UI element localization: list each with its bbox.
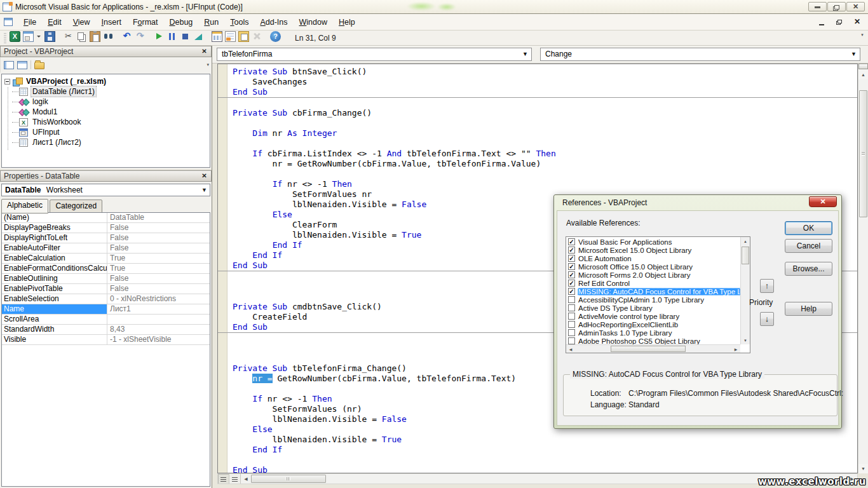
reference-checkbox[interactable]	[568, 238, 575, 245]
menu-insert[interactable]: Insert	[96, 15, 127, 30]
reference-checkbox[interactable]	[568, 280, 575, 287]
paste-icon[interactable]	[90, 31, 100, 42]
horizontal-scroll-thumb[interactable]	[251, 475, 326, 483]
reference-item[interactable]: MISSING: AutoCAD Focus Control for VBA T…	[567, 287, 740, 295]
menu-view[interactable]: View	[67, 15, 96, 30]
project-explorer-icon[interactable]	[212, 31, 222, 42]
reference-checkbox[interactable]	[568, 296, 575, 303]
reference-checkbox[interactable]	[568, 288, 575, 295]
mdi-minimize-button[interactable]	[818, 18, 826, 26]
tree-item[interactable]: Modul1	[2, 107, 210, 117]
minimize-button[interactable]	[808, 2, 827, 11]
full-module-view-button[interactable]	[229, 474, 241, 484]
reference-item[interactable]: AdHocReportingExcelClientLib	[567, 320, 740, 329]
tab-categorized[interactable]: Categorized	[50, 200, 102, 213]
tree-item[interactable]: DataTable (Лист1)	[2, 86, 210, 97]
mdi-close-button[interactable]: ✕	[854, 18, 862, 26]
property-row[interactable]: NameЛист1	[2, 304, 210, 315]
object-selector-dropdown[interactable]: DataTable Worksheet ▼	[1, 184, 210, 196]
reference-item[interactable]: Visual Basic For Applications	[567, 238, 740, 246]
property-row[interactable]: Visible-1 - xlSheetVisible	[2, 335, 210, 345]
toolbar-overflow-button[interactable]: ▾	[207, 62, 209, 67]
menu-file[interactable]: File	[18, 15, 42, 30]
reference-item[interactable]: Microsoft Excel 15.0 Object Library	[567, 246, 740, 254]
procedure-view-button[interactable]	[218, 474, 229, 484]
list-horizontal-scroll-thumb[interactable]	[611, 346, 686, 352]
dialog-close-button[interactable]	[809, 196, 837, 207]
tab-alphabetic[interactable]: Alphabetic	[1, 199, 48, 214]
reference-checkbox[interactable]	[568, 329, 575, 336]
stop-icon[interactable]	[180, 31, 191, 42]
property-row[interactable]: EnableFormatConditionsCalculaticTrue	[2, 264, 210, 274]
property-row[interactable]: DisplayPageBreaksFalse	[2, 223, 210, 233]
property-row[interactable]: EnableAutoFilterFalse	[2, 243, 210, 254]
reference-checkbox[interactable]	[568, 271, 575, 278]
copy-icon[interactable]	[76, 31, 87, 42]
project-tree[interactable]: VBAProject (_re.xlsm) DataTable (Лист1)l…	[1, 74, 210, 168]
reference-item[interactable]: Active DS Type Library	[567, 304, 740, 312]
list-horizontal-scrollbar[interactable]: ◀ ▶	[566, 344, 740, 353]
menu-format[interactable]: Format	[127, 15, 164, 30]
pause-icon[interactable]	[166, 31, 177, 42]
excel-icon[interactable]	[10, 31, 20, 42]
reference-checkbox[interactable]	[568, 255, 575, 262]
insert-userform-icon[interactable]	[23, 31, 34, 42]
browse-button[interactable]: Browse...	[785, 262, 832, 276]
project-panel-header[interactable]: Project - VBAProject	[0, 46, 212, 57]
undo-icon[interactable]	[121, 31, 132, 42]
cancel-button[interactable]: Cancel	[785, 239, 832, 253]
close-icon[interactable]	[200, 48, 209, 56]
object-dropdown[interactable]: tbTelefonFirma ▼	[217, 48, 532, 61]
references-listbox[interactable]: Visual Basic For ApplicationsMicrosoft E…	[566, 236, 750, 353]
properties-window-icon[interactable]	[225, 31, 236, 42]
property-row[interactable]: EnableCalculationTrue	[2, 254, 210, 264]
property-row[interactable]: (Name)DataTable	[2, 213, 210, 223]
scroll-right-icon[interactable]: ▶	[731, 345, 740, 353]
vertical-scroll-thumb[interactable]	[859, 90, 867, 217]
reference-checkbox[interactable]	[568, 263, 575, 270]
toggle-folders-icon[interactable]	[34, 62, 44, 69]
tree-item[interactable]: UFInput	[2, 127, 210, 137]
menu-debug[interactable]: Debug	[163, 15, 198, 30]
properties-grid[interactable]: (Name)DataTableDisplayPageBreaksFalseDis…	[1, 212, 210, 487]
run-icon[interactable]	[153, 31, 164, 42]
menu-help[interactable]: Help	[333, 15, 361, 30]
scroll-down-icon[interactable]: ▼	[741, 336, 750, 344]
restore-button[interactable]	[827, 2, 846, 11]
reference-item[interactable]: Microsoft Forms 2.0 Object Library	[567, 271, 740, 279]
property-row[interactable]: ScrollArea	[2, 315, 210, 325]
close-icon[interactable]	[200, 172, 209, 180]
reference-checkbox[interactable]	[568, 247, 575, 254]
tree-item[interactable]: logik	[2, 97, 210, 107]
property-row[interactable]: DisplayRightToLeftFalse	[2, 233, 210, 243]
object-browser-icon[interactable]	[238, 31, 249, 42]
scroll-left-icon[interactable]: ◀	[241, 474, 251, 484]
menu-addins[interactable]: Add-Ins	[254, 15, 293, 30]
reference-item[interactable]: Ref Edit Control	[567, 279, 740, 287]
vertical-scrollbar[interactable]: ▲ ▼	[858, 64, 868, 473]
reference-checkbox[interactable]	[568, 321, 575, 328]
tree-item[interactable]: ThisWorkbook	[2, 117, 210, 127]
collapse-icon[interactable]	[4, 79, 10, 85]
mdi-restore-button[interactable]	[836, 18, 844, 26]
menu-run[interactable]: Run	[198, 15, 224, 30]
reference-checkbox[interactable]	[568, 313, 575, 320]
split-handle[interactable]	[858, 64, 868, 69]
toolbar-overflow-button[interactable]: ▾	[858, 32, 866, 44]
margin-indicator-bar[interactable]	[218, 64, 227, 473]
help-button[interactable]: Help	[785, 302, 832, 316]
design-mode-icon[interactable]	[193, 31, 204, 42]
priority-down-button[interactable]: ↓	[760, 312, 774, 326]
reference-item[interactable]: Adobe Photoshop CS5 Object Library	[567, 337, 740, 344]
reference-item[interactable]: ActiveMovie control type library	[567, 312, 740, 320]
save-icon[interactable]	[44, 31, 55, 42]
find-icon[interactable]	[103, 31, 114, 42]
reference-item[interactable]: Microsoft Office 15.0 Object Library	[567, 262, 740, 271]
ok-button[interactable]: OK	[785, 221, 832, 235]
scroll-up-icon[interactable]: ▲	[858, 70, 868, 79]
properties-panel-header[interactable]: Properties - DataTable	[0, 170, 212, 182]
scroll-down-icon[interactable]: ▼	[858, 464, 868, 473]
scroll-up-icon[interactable]: ▲	[741, 237, 750, 245]
property-row[interactable]: EnableOutliningFalse	[2, 274, 210, 284]
reference-item[interactable]: OLE Automation	[567, 254, 740, 262]
